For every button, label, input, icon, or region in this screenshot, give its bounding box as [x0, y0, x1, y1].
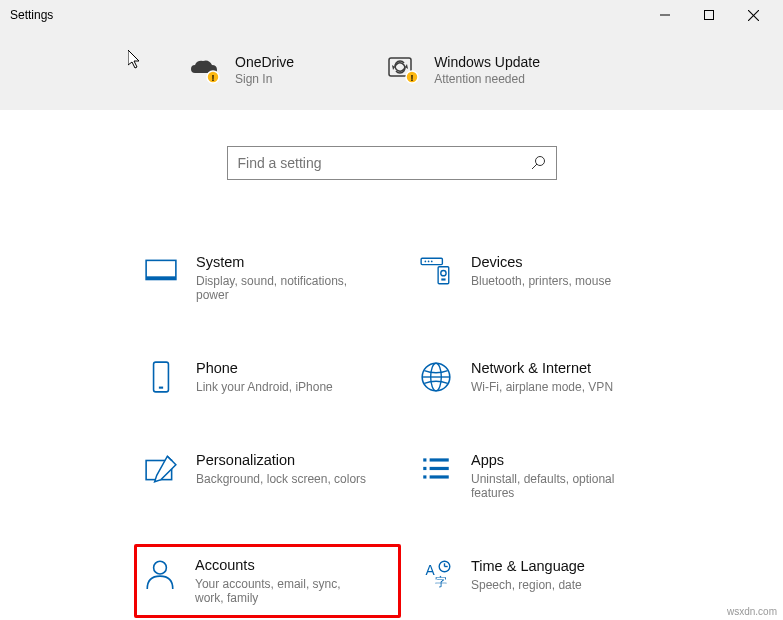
tile-title: Devices [471, 254, 611, 270]
svg-text:A: A [425, 562, 435, 578]
tile-sub: Link your Android, iPhone [196, 380, 333, 394]
svg-point-18 [431, 261, 433, 263]
title-bar: Settings [0, 0, 783, 30]
close-icon [748, 10, 759, 21]
tile-network[interactable]: Network & Internet Wi-Fi, airplane mode,… [415, 356, 670, 398]
search-box[interactable] [227, 146, 557, 180]
category-grid: System Display, sound, notifications, po… [140, 250, 783, 608]
accounts-icon [143, 557, 177, 591]
tile-personalization[interactable]: Personalization Background, lock screen,… [140, 448, 395, 504]
phone-icon [144, 360, 178, 394]
maximize-icon [704, 10, 714, 20]
windows-update-notice[interactable]: ! Windows Update Attention needed [384, 54, 540, 86]
minimize-button[interactable] [643, 0, 687, 30]
tile-devices[interactable]: Devices Bluetooth, printers, mouse [415, 250, 670, 306]
window-title: Settings [8, 8, 643, 22]
tile-sub: Your accounts, email, sync, work, family [195, 577, 370, 605]
svg-rect-30 [430, 458, 449, 461]
window-controls [643, 0, 775, 30]
search-icon [530, 155, 546, 171]
svg-text:!: ! [212, 73, 215, 83]
tile-title: Accounts [195, 557, 370, 573]
svg-point-16 [425, 261, 427, 263]
search-wrap [0, 146, 783, 180]
onedrive-notice[interactable]: ! OneDrive Sign In [185, 54, 294, 86]
windows-update-title: Windows Update [434, 54, 540, 70]
tile-title: Time & Language [471, 558, 585, 574]
minimize-icon [660, 10, 670, 20]
tile-sub: Background, lock screen, colors [196, 472, 366, 486]
apps-icon [419, 452, 453, 486]
tile-sub: Wi-Fi, airplane mode, VPN [471, 380, 613, 394]
svg-rect-21 [441, 278, 445, 280]
tile-phone[interactable]: Phone Link your Android, iPhone [140, 356, 395, 398]
svg-rect-23 [159, 387, 163, 389]
personalization-icon [144, 452, 178, 486]
svg-point-35 [154, 561, 167, 574]
tile-sub: Speech, region, date [471, 578, 585, 592]
search-input[interactable] [238, 155, 530, 171]
network-icon [419, 360, 453, 394]
tile-sub: Bluetooth, printers, mouse [471, 274, 611, 288]
svg-rect-34 [430, 475, 449, 478]
svg-text:!: ! [411, 73, 414, 83]
svg-rect-14 [146, 276, 176, 279]
tile-sub: Display, sound, notifications, power [196, 274, 371, 302]
tile-title: System [196, 254, 371, 270]
header-band: ! OneDrive Sign In ! Windows Update Atte… [0, 30, 783, 110]
tile-sub: Uninstall, defaults, optional features [471, 472, 646, 500]
tile-apps[interactable]: Apps Uninstall, defaults, optional featu… [415, 448, 670, 504]
maximize-button[interactable] [687, 0, 731, 30]
watermark: wsxdn.com [727, 606, 777, 617]
onedrive-title: OneDrive [235, 54, 294, 70]
onedrive-sub: Sign In [235, 72, 294, 86]
svg-line-12 [532, 164, 537, 169]
tile-accounts[interactable]: Accounts Your accounts, email, sync, wor… [134, 544, 401, 618]
svg-rect-1 [705, 11, 714, 20]
svg-rect-33 [423, 475, 426, 478]
svg-rect-29 [423, 458, 426, 461]
svg-point-17 [428, 261, 430, 263]
onedrive-icon: ! [185, 55, 221, 85]
tile-title: Phone [196, 360, 333, 376]
close-button[interactable] [731, 0, 775, 30]
svg-rect-32 [430, 467, 449, 470]
windows-update-icon: ! [384, 55, 420, 85]
devices-icon [419, 254, 453, 288]
tile-title: Personalization [196, 452, 366, 468]
time-language-icon: A 字 [419, 558, 453, 592]
tile-system[interactable]: System Display, sound, notifications, po… [140, 250, 395, 306]
tile-title: Network & Internet [471, 360, 613, 376]
svg-text:字: 字 [435, 575, 447, 588]
svg-rect-31 [423, 467, 426, 470]
cursor-icon [128, 50, 144, 70]
system-icon [144, 254, 178, 288]
svg-point-20 [441, 270, 446, 275]
tile-time-language[interactable]: A 字 Time & Language Speech, region, date [415, 554, 670, 608]
windows-update-sub: Attention needed [434, 72, 540, 86]
tile-title: Apps [471, 452, 646, 468]
